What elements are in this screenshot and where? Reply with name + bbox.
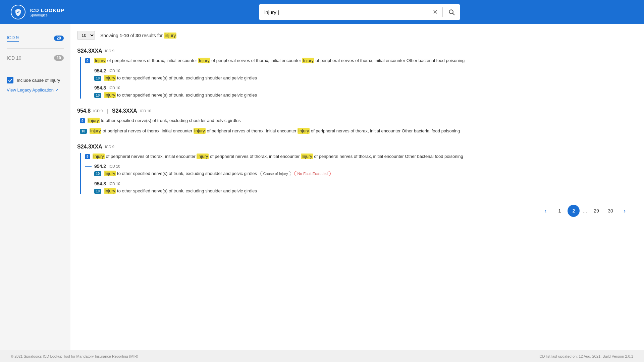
pagination-page-30[interactable]: 30 bbox=[604, 205, 616, 217]
footer-right: ICD list last updated on: 12 Aug, 2021. … bbox=[538, 354, 633, 358]
result-sub-entries-1: 9 Injury of peripheral nerves of thorax,… bbox=[80, 57, 631, 99]
result-code-3: S24.3XXA bbox=[77, 144, 102, 150]
version-badge-2-10: 10 bbox=[80, 129, 87, 134]
app-header: ICD LOOKUP Spiralogics ✕ bbox=[0, 0, 644, 24]
cause-of-injury-checkbox[interactable] bbox=[7, 77, 13, 83]
sub-icd-badge-954-8-b: ICD 10 bbox=[109, 182, 120, 186]
sub-entry-title-954-8-b: 954.8 ICD 10 bbox=[85, 181, 631, 186]
sub-entry-body-954-2-b: 10 Injury to other specified nerve(s) of… bbox=[85, 170, 631, 177]
pagination-page-2[interactable]: 2 bbox=[568, 205, 580, 217]
results-header: 10 20 50 Showing 1-10 of 30 results for … bbox=[77, 31, 631, 40]
sidebar-icd10-label: ICD 10 bbox=[7, 55, 21, 61]
sub-entry-body-954-8-a: 10 Injury to other specified nerve(s) of… bbox=[85, 92, 631, 99]
result-code-2b: S24.3XXA bbox=[112, 108, 137, 114]
result-entries-2: 9 Injury to other specified nerve(s) of … bbox=[77, 117, 631, 134]
legacy-application-link[interactable]: View Legacy Application ↗ bbox=[7, 87, 64, 93]
entry-text-1: Injury of peripheral nerves of thorax, i… bbox=[94, 58, 465, 63]
results-summary: Showing 1-10 of 30 results for injury bbox=[100, 33, 176, 38]
logo-area: ICD LOOKUP Spiralogics bbox=[11, 5, 78, 19]
result-sub-entries-3: 9 Injury of peripheral nerves of thorax,… bbox=[80, 153, 631, 194]
main-content: 10 20 50 Showing 1-10 of 30 results for … bbox=[70, 24, 644, 350]
entry-text-3-954-8: Injury to other specified nerve(s) of tr… bbox=[103, 188, 257, 194]
separator-2: | bbox=[107, 108, 108, 114]
sub-icd-badge-954-2-b: ICD 10 bbox=[109, 164, 120, 168]
footer-left: © 2021 Spiralogics ICD Lookup Tool for M… bbox=[11, 354, 138, 358]
entry-text-2-1: Injury to other specified nerve(s) of tr… bbox=[86, 118, 240, 123]
pagination-page-1[interactable]: 1 bbox=[553, 205, 566, 217]
entry-text-2-2: Injury of peripheral nerves of thorax, i… bbox=[88, 128, 460, 134]
sidebar: ICD 9 20 ICD 10 10 Include cause of inju… bbox=[0, 24, 70, 350]
result-code-1: S24.3XXA bbox=[77, 48, 102, 54]
sidebar-item-icd10[interactable]: ICD 10 10 bbox=[7, 53, 64, 63]
sub-entry-954-8-b: 954.8 ICD 10 10 Injury to other specifie… bbox=[85, 181, 631, 194]
version-badge-3-9: 9 bbox=[85, 154, 90, 159]
pagination-ellipsis: ... bbox=[582, 208, 588, 214]
entry-text-3-954-2: Injury to other specified nerve(s) of tr… bbox=[103, 171, 258, 176]
app-subtitle: Spiralogics bbox=[30, 13, 64, 17]
search-clear-button[interactable]: ✕ bbox=[428, 8, 442, 16]
sub-entry-2-2: 10 Injury of peripheral nerves of thorax… bbox=[80, 128, 631, 134]
logo-icon bbox=[11, 5, 25, 19]
result-title-2: 954.8 ICD 9 | S24.3XXA ICD 10 bbox=[77, 108, 631, 114]
sub-entry-954-8-a: 954.8 ICD 10 10 Injury to other specifie… bbox=[85, 85, 631, 99]
sidebar-icd9-label: ICD 9 bbox=[7, 35, 19, 42]
version-badge-3-10-b: 10 bbox=[94, 189, 101, 194]
no-fault-excluded-tag: No-Fault Excluded bbox=[294, 171, 331, 176]
entry-text-3-inline: Injury of peripheral nerves of thorax, i… bbox=[91, 154, 463, 159]
results-range: 1-10 bbox=[120, 33, 129, 38]
pagination-page-29[interactable]: 29 bbox=[590, 205, 602, 217]
pagination: ‹ 1 2 ... 29 30 › bbox=[77, 205, 631, 217]
version-badge-2-9: 9 bbox=[80, 118, 85, 123]
sub-entry-title-954-2-a: 954.2 ICD 10 bbox=[85, 68, 631, 73]
sub-icd-badge-954-2-a: ICD 10 bbox=[109, 69, 120, 73]
result-icd-badge-3: ICD 9 bbox=[105, 145, 114, 149]
content-wrapper: ICD 9 20 ICD 10 10 Include cause of inju… bbox=[0, 24, 644, 350]
search-submit-button[interactable] bbox=[443, 4, 460, 20]
pagination-prev-button[interactable]: ‹ bbox=[539, 205, 551, 217]
app-title: ICD LOOKUP bbox=[30, 7, 64, 13]
sub-entry-title-954-2-b: 954.2 ICD 10 bbox=[85, 164, 631, 169]
cause-of-injury-checkbox-row[interactable]: Include cause of injury bbox=[7, 77, 64, 83]
sub-code-954-8-b: 954.8 bbox=[94, 181, 106, 186]
result-icd-badge-2a: ICD 9 bbox=[93, 109, 103, 113]
sidebar-item-icd9[interactable]: ICD 9 20 bbox=[7, 32, 64, 44]
results-total: 30 bbox=[136, 33, 141, 38]
per-page-select[interactable]: 10 20 50 bbox=[77, 31, 95, 40]
sub-entry-body-954-8-b: 10 Injury to other specified nerve(s) of… bbox=[85, 188, 631, 194]
sub-code-954-8-a: 954.8 bbox=[94, 85, 106, 90]
cause-of-injury-label: Include cause of injury bbox=[17, 78, 60, 83]
sub-entry-body-954-2-a: 10 Injury to other specified nerve(s) of… bbox=[85, 75, 631, 81]
sub-code-954-2-a: 954.2 bbox=[94, 68, 106, 73]
sidebar-divider bbox=[7, 48, 64, 49]
version-badge-3-10-a: 10 bbox=[94, 171, 101, 176]
sub-code-954-2-b: 954.2 bbox=[94, 164, 106, 169]
app-footer: © 2021 Spiralogics ICD Lookup Tool for M… bbox=[0, 350, 644, 362]
entry-text-954-2-a: Injury to other specified nerve(s) of tr… bbox=[103, 75, 257, 81]
sub-entry-inline-3: 9 Injury of peripheral nerves of thorax,… bbox=[85, 153, 631, 160]
search-input[interactable] bbox=[259, 4, 428, 20]
result-icd-badge-2b: ICD 10 bbox=[140, 109, 151, 113]
cause-of-injury-tag: Cause of Injury bbox=[260, 171, 291, 176]
sidebar-icd9-count: 20 bbox=[54, 36, 64, 41]
result-block-3: S24.3XXA ICD 9 9 Injury of peripheral ne… bbox=[77, 144, 631, 194]
result-code-2a: 954.8 bbox=[77, 108, 91, 114]
result-title-1: S24.3XXA ICD 9 bbox=[77, 48, 631, 54]
legacy-link-label: View Legacy Application ↗ bbox=[7, 87, 59, 93]
result-block-2: 954.8 ICD 9 | S24.3XXA ICD 10 9 Injury t… bbox=[77, 108, 631, 134]
result-title-3: S24.3XXA ICD 9 bbox=[77, 144, 631, 150]
sidebar-icd10-count: 10 bbox=[54, 55, 64, 61]
search-bar: ✕ bbox=[259, 4, 460, 20]
svg-line-1 bbox=[453, 13, 454, 15]
sub-entry-954-2-b: 954.2 ICD 10 10 Injury to other specifie… bbox=[85, 164, 631, 177]
pagination-next-button[interactable]: › bbox=[619, 205, 631, 217]
logo-text: ICD LOOKUP Spiralogics bbox=[30, 7, 64, 17]
sub-icd-badge-954-8-a: ICD 10 bbox=[109, 86, 120, 90]
version-badge-10-a: 10 bbox=[94, 76, 101, 81]
sub-entry-2-1: 9 Injury to other specified nerve(s) of … bbox=[80, 117, 631, 124]
sub-entry-954-2-a: 954.2 ICD 10 10 Injury to other specifie… bbox=[85, 68, 631, 81]
entry-text-954-8-a: Injury to other specified nerve(s) of tr… bbox=[103, 92, 257, 98]
sub-entry-title-954-8-a: 954.8 ICD 10 bbox=[85, 85, 631, 90]
result-icd-badge-1: ICD 9 bbox=[105, 49, 114, 53]
version-badge-9: 9 bbox=[85, 58, 90, 63]
result-block-1: S24.3XXA ICD 9 9 Injury of peripheral ne… bbox=[77, 48, 631, 99]
